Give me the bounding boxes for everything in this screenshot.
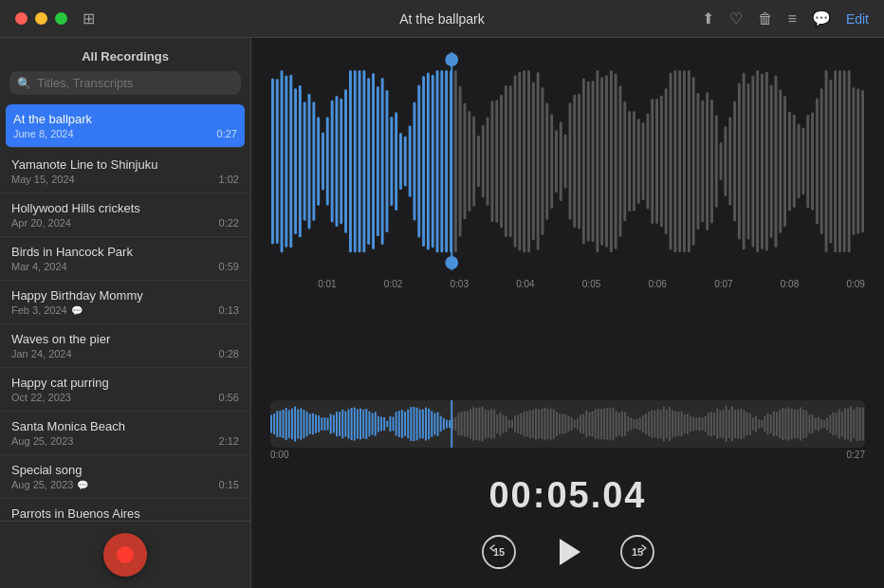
svg-rect-2 [281,70,284,252]
waveform-svg[interactable] [270,52,865,270]
svg-rect-38 [445,70,448,252]
svg-rect-299 [764,416,765,432]
skip-forward-button[interactable]: 15 [619,534,655,570]
svg-rect-5 [294,88,297,234]
svg-rect-272 [684,414,686,433]
search-input[interactable] [37,76,233,90]
recording-item-title: Hollywood Hills crickets [11,201,239,215]
maximize-button[interactable] [55,12,67,25]
svg-rect-241 [592,412,594,437]
delete-icon[interactable]: 🗑 [758,10,773,28]
recording-item[interactable]: Birds in Hancock ParkMar 4, 20240:59 [0,237,250,281]
svg-rect-108 [765,72,768,251]
svg-rect-15 [340,99,342,224]
ruler-mark: 0:02 [384,279,402,289]
sidebar-toggle-icon[interactable]: ⊞ [83,9,95,28]
svg-rect-91 [688,70,691,252]
chat-icon[interactable]: 💬 [812,9,831,28]
close-button[interactable] [15,12,28,25]
svg-rect-187 [431,411,433,436]
recording-item-duration: 2:12 [219,435,239,447]
svg-rect-165 [365,409,367,439]
recording-item[interactable]: Waves on the pierJan 24, 20240:28 [0,324,250,368]
svg-rect-12 [326,117,329,206]
svg-rect-127 [852,87,855,235]
svg-rect-97 [715,115,718,208]
svg-rect-233 [568,416,570,432]
svg-rect-323 [836,413,838,435]
svg-rect-68 [582,79,585,245]
svg-rect-0 [271,78,274,244]
svg-rect-57 [532,83,535,241]
svg-rect-190 [440,416,442,432]
svg-rect-166 [368,412,370,437]
minimize-button[interactable] [35,12,47,25]
mini-waveform-svg[interactable] [270,400,865,448]
search-bar[interactable]: 🔍 [9,71,241,95]
recording-item[interactable]: At the ballparkJune 8, 20240:27 [6,104,245,148]
recording-item[interactable]: Hollywood Hills cricketsApr 20, 20240:22 [0,193,250,237]
svg-rect-120 [820,88,823,234]
recording-item-duration: 0:27 [217,128,237,139]
svg-rect-196 [458,413,460,435]
search-icon: 🔍 [17,77,31,90]
svg-rect-135 [276,411,278,437]
svg-rect-158 [344,411,346,436]
recording-item-title: Happy Birthday Mommy [11,288,239,303]
list-icon[interactable]: ≡ [788,10,797,28]
skip-back-button[interactable]: 15 [481,534,517,570]
svg-rect-106 [756,70,759,252]
ruler-mark: 0:08 [781,279,799,289]
favorite-icon[interactable]: ♡ [729,9,743,28]
svg-rect-188 [433,413,435,435]
svg-rect-151 [323,417,325,431]
svg-rect-282 [713,413,715,435]
record-button-inner [117,546,134,563]
svg-rect-161 [354,408,356,441]
svg-rect-197 [461,412,463,435]
svg-rect-70 [592,81,595,242]
svg-rect-308 [791,409,793,439]
waveform-canvas[interactable] [270,47,865,275]
svg-rect-311 [800,408,801,441]
svg-rect-14 [335,96,338,227]
svg-rect-111 [779,89,782,233]
svg-rect-264 [660,410,662,438]
recording-item-title: Waves on the pier [11,332,239,346]
recording-item[interactable]: Parrots in Buenos Aires [0,499,250,521]
record-button[interactable] [103,533,147,577]
svg-rect-148 [315,414,317,433]
svg-rect-286 [726,406,727,442]
svg-rect-94 [701,101,704,223]
svg-rect-146 [309,413,311,434]
svg-rect-33 [422,76,425,247]
recording-item[interactable]: Santa Monica BeachAug 25, 20232:12 [0,412,250,455]
svg-rect-255 [633,419,635,429]
recording-item[interactable]: Happy cat purringOct 22, 20230:56 [0,368,250,412]
svg-rect-232 [564,414,566,433]
svg-rect-285 [723,410,725,438]
recording-item[interactable]: Special songAug 25, 2023 💬0:15 [0,455,250,499]
mini-waveform-wrapper[interactable] [270,400,865,448]
svg-rect-52 [509,85,512,237]
svg-rect-37 [440,70,443,252]
share-icon[interactable]: ⬆ [702,9,714,28]
svg-rect-275 [692,416,694,431]
svg-rect-32 [417,85,420,238]
recording-item[interactable]: Yamanote Line to ShinjukuMay 15, 20241:0… [0,150,250,193]
svg-rect-36 [436,70,439,252]
svg-rect-198 [464,412,466,437]
svg-rect-297 [758,419,760,429]
svg-rect-178 [404,412,406,436]
svg-rect-202 [475,408,477,440]
recording-item[interactable]: Happy Birthday MommyFeb 3, 2024 💬0:13 [0,281,250,324]
edit-button[interactable]: Edit [846,11,869,27]
play-button[interactable] [547,531,589,573]
waveform-main[interactable]: 0:010:020:030:040:050:060:070:080:09 [251,38,884,400]
svg-rect-174 [393,417,395,432]
svg-rect-199 [467,411,469,436]
svg-rect-140 [291,409,293,440]
svg-rect-113 [788,112,791,211]
svg-text:15: 15 [631,546,642,558]
svg-rect-55 [523,70,525,252]
